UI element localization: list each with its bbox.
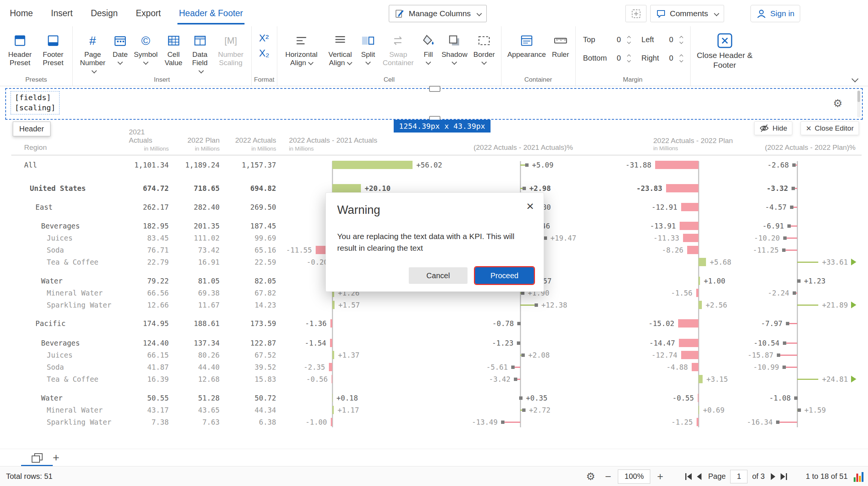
variance-bar: [332, 394, 333, 402]
zoom-in-button[interactable]: +: [657, 471, 663, 482]
split-label: Split: [361, 50, 375, 59]
collapse-ribbon-icon[interactable]: [851, 75, 858, 82]
data-field-button[interactable]: Data Field: [186, 30, 214, 76]
page-number-button[interactable]: # Page Number: [76, 30, 110, 76]
table-row[interactable]: Juices66.1580.2667.52+1.37+2.08-12.74-15…: [11, 349, 862, 361]
next-page-button[interactable]: [771, 473, 775, 480]
proceed-button[interactable]: Proceed: [475, 267, 534, 284]
cell-value-button[interactable]: Cell Value: [161, 30, 186, 68]
ruler-button[interactable]: Ruler: [549, 30, 572, 59]
previous-page-button[interactable]: [697, 473, 701, 480]
region-cell: Soda: [11, 244, 129, 256]
table-row[interactable]: Soda41.8744.4039.52-2.35-5.61-4.88-10.99: [11, 361, 862, 373]
margin-bottom-value[interactable]: 0: [614, 54, 624, 62]
region-cell: Mineral Water: [11, 404, 129, 416]
sheet-tab-active[interactable]: [21, 449, 53, 466]
date-button[interactable]: Date: [110, 30, 131, 65]
region-cell: Water: [11, 275, 129, 287]
resize-handle-top[interactable]: [429, 86, 440, 92]
header-preset-button[interactable]: Header Preset: [3, 30, 37, 68]
table-row[interactable]: Water50.5551.2850.72+0.18+0.35-0.55-1.08: [11, 392, 862, 404]
spinner-up-icon[interactable]: [679, 36, 683, 40]
margin-top-spinner[interactable]: Top 0: [583, 35, 630, 44]
tab-export[interactable]: Export: [136, 0, 161, 26]
ribbon-group-label: Format: [252, 76, 277, 84]
table-row[interactable]: Mineral Water43.1743.6544.34+1.17+2.72+0…: [11, 404, 862, 416]
hide-button[interactable]: Hide: [754, 121, 792, 135]
variance-bar-cell: -2.35: [278, 361, 463, 373]
region-cell: Soda: [11, 361, 129, 373]
horizontal-align-button[interactable]: Horizontal Align: [280, 30, 322, 68]
header-editor[interactable]: [fields] [scaling] ⚙: [5, 88, 863, 120]
chevron-down-icon: [714, 11, 719, 16]
region-cell: Sparkling Water: [11, 299, 129, 311]
footer-preset-button[interactable]: Footer Preset: [37, 30, 69, 68]
spinner-down-icon[interactable]: [679, 58, 683, 62]
margin-left-value[interactable]: 0: [666, 35, 676, 44]
vertical-align-button[interactable]: Vertical Align: [322, 30, 358, 68]
shadow-button[interactable]: Shadow: [439, 30, 471, 65]
appearance-button[interactable]: Appearance: [504, 30, 549, 59]
variance-bar: [679, 339, 698, 347]
cancel-button[interactable]: Cancel: [409, 267, 468, 284]
fill-button[interactable]: Fill: [418, 30, 439, 65]
spinner-up-icon[interactable]: [627, 36, 631, 40]
table-row[interactable]: Pacific174.95188.61173.59-1.36-0.78-15.0…: [11, 317, 862, 329]
border-button[interactable]: Border: [471, 30, 498, 65]
spinner-down-icon[interactable]: [627, 40, 631, 44]
margin-right-value[interactable]: 0: [666, 54, 676, 62]
ribbon-group-close: Close Header & Footer: [691, 26, 759, 86]
margin-right-spinner[interactable]: Right 0: [642, 54, 683, 62]
table-row[interactable]: Sparkling Water7.387.636.38-1.00-13.49-1…: [11, 416, 862, 428]
plan-2022-cell: 80.26: [170, 349, 221, 361]
pin-marker: [519, 396, 523, 400]
margin-bottom-spinner[interactable]: Bottom 0: [583, 54, 630, 62]
add-sheet-button[interactable]: +: [53, 450, 60, 466]
table-row[interactable]: Sparkling Water12.6611.6714.23+1.57+12.3…: [11, 299, 862, 311]
last-page-button[interactable]: [781, 473, 787, 480]
subscript-button[interactable]: X₂: [259, 48, 269, 58]
add-comment-button[interactable]: [625, 5, 646, 22]
tab-header-footer[interactable]: Header & Footer: [179, 0, 243, 26]
editor-scrollbar[interactable]: [857, 90, 860, 117]
split-button[interactable]: Split: [358, 30, 378, 65]
chevron-down-icon: [452, 59, 457, 65]
spinner-up-icon[interactable]: [679, 54, 683, 58]
close-editor-button[interactable]: × Close Editor: [801, 121, 859, 135]
tab-home[interactable]: Home: [10, 0, 33, 26]
table-row[interactable]: All1,101.341,189.241,157.37+56.02+5.09-3…: [11, 159, 862, 171]
spinner-down-icon[interactable]: [679, 40, 683, 44]
close-header-footer-button[interactable]: Close Header & Footer: [694, 30, 756, 71]
zoom-level[interactable]: 100%: [618, 469, 650, 484]
margin-top-value[interactable]: 0: [614, 35, 624, 44]
spinner-down-icon[interactable]: [627, 58, 631, 62]
status-bar: Total rows: 51 ⚙ − 100% + Page 1 of 3 1 …: [0, 466, 868, 486]
tab-design[interactable]: Design: [91, 0, 118, 26]
page-number-input[interactable]: 1: [730, 470, 747, 483]
dialog-close-icon[interactable]: ×: [526, 200, 534, 212]
app-logo: [854, 471, 863, 482]
ribbon-group-insert: # Page Number Date © Symbol Cell Value D…: [73, 26, 252, 86]
pin-marker: [501, 420, 504, 424]
table-row[interactable]: Beverages124.40137.34122.87-1.54-1.23-14…: [11, 337, 862, 349]
margin-left-spinner[interactable]: Left 0: [642, 35, 683, 44]
region-cell: Pacific: [11, 317, 129, 329]
symbol-button[interactable]: © Symbol: [131, 30, 160, 65]
zoom-out-button[interactable]: −: [605, 471, 611, 482]
sign-in-button[interactable]: Sign in: [750, 5, 800, 22]
variance-pct-cell: -3.42: [463, 373, 577, 385]
spinner-up-icon[interactable]: [627, 54, 631, 58]
pin-marker: [782, 248, 785, 252]
header-field-line: [scaling]: [15, 103, 55, 113]
comments-button[interactable]: Comments: [650, 5, 724, 22]
gear-icon[interactable]: ⚙: [833, 97, 842, 110]
first-page-button[interactable]: [685, 473, 692, 480]
gear-icon[interactable]: ⚙: [586, 471, 595, 482]
plan-variance-pct-cell: -16.34: [737, 416, 862, 428]
header-fields-box[interactable]: [fields] [scaling]: [11, 91, 60, 114]
manage-columns-button[interactable]: Manage Columns: [389, 5, 487, 22]
tab-insert[interactable]: Insert: [51, 0, 73, 26]
footer-preset-label: Footer Preset: [40, 50, 66, 67]
superscript-button[interactable]: X²: [259, 33, 269, 43]
table-row[interactable]: Tea & Coffee16.3912.6815.83-0.56-3.42+3.…: [11, 373, 862, 385]
